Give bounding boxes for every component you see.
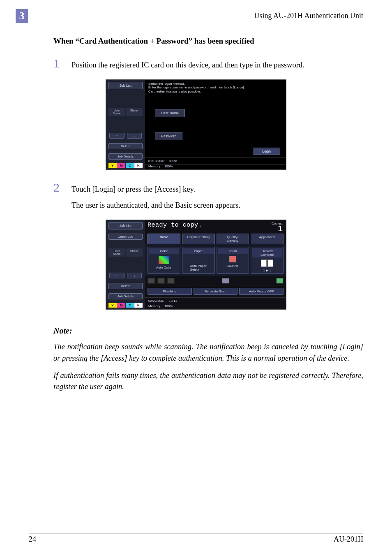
tab-original-setting[interactable]: Original Setting: [182, 234, 215, 244]
doc-model: AU-201H: [334, 535, 363, 544]
status-bar-2: Memory 100%: [145, 164, 286, 169]
page-footer: 24 AU-201H: [29, 533, 363, 544]
status-tab[interactable]: Status: [126, 108, 143, 116]
setting-tiles: Color Auto Color Paper Auto Paper Select…: [145, 244, 286, 276]
duplex-value: 1 ▶ 1: [263, 269, 271, 272]
user-status-tabs[interactable]: User Name Status: [108, 248, 143, 257]
note-paragraph: If authentication fails many times, the …: [53, 370, 363, 393]
punch-icon: [157, 278, 165, 284]
copies-value: 1: [272, 225, 283, 233]
zoom-label: Zoom: [218, 248, 248, 254]
status-date: 02/22/2007: [148, 299, 165, 303]
duplex-tile[interactable]: Duplex/ Combine 1 ▶ 1: [251, 247, 284, 274]
step-number: 2: [53, 181, 71, 212]
separate-scan-button[interactable]: Separate Scan: [194, 288, 238, 295]
user-name-tab[interactable]: User Name: [108, 248, 125, 257]
login-button[interactable]: Login: [253, 148, 280, 155]
section-heading: When “Card Authentication + Password” ha…: [53, 37, 363, 46]
step-text: The user is authenticated, and the Basic…: [71, 200, 240, 211]
toner-y-icon: Y: [108, 163, 117, 168]
page-icon: [261, 259, 267, 267]
note-heading: Note:: [53, 326, 363, 336]
color-tile[interactable]: Color Auto Color: [148, 247, 180, 274]
user-name-tab[interactable]: User Name: [108, 108, 125, 116]
status-date: 01/10/2007: [148, 159, 165, 163]
running-header: Using AU-201H Authentication Unit: [53, 12, 363, 22]
password-button[interactable]: Password: [155, 132, 182, 140]
main-panel: Select the logon method. Enter the logon…: [145, 80, 286, 169]
password-row: Password: [155, 132, 286, 140]
toner-indicator: Y M C K: [108, 163, 143, 168]
toner-c-icon: C: [126, 163, 134, 168]
page-number: 24: [29, 535, 36, 544]
chapter-tab: 3: [16, 9, 28, 23]
toner-k-icon: K: [134, 163, 143, 168]
rotate-icon: [276, 278, 284, 284]
delete-button[interactable]: Delete: [108, 283, 143, 289]
arrow-down-icon[interactable]: ↓: [127, 273, 142, 278]
paper-label: Paper: [183, 248, 214, 254]
memory-label: Memory: [148, 164, 160, 168]
step-1: 1 Position the registered IC card on thi…: [53, 57, 363, 71]
job-details-button[interactable]: Job Details: [108, 293, 143, 299]
msg-line1: Select the logon method.: [148, 82, 283, 86]
zoom-value: 100.0%: [227, 264, 238, 268]
toner-indicator: Y M C K: [108, 303, 143, 308]
paper-tile[interactable]: Paper Auto Paper Select: [182, 247, 215, 274]
check-job-button[interactable]: Check Job: [108, 234, 143, 240]
color-value: Auto Color: [156, 266, 172, 269]
zoom-icon: [229, 256, 236, 262]
step-2: 2 Touch [Login] or press the [Access] ke…: [53, 181, 363, 212]
sidebar: Job List Check Job User Name Status ↑ ↓ …: [106, 220, 145, 309]
status-time: 09:56: [169, 159, 177, 163]
msg-line3: Card authentication is also possible.: [148, 90, 283, 94]
tab-application[interactable]: Application: [251, 234, 284, 244]
job-list-button[interactable]: Job List: [108, 222, 143, 229]
username-row: User Name: [155, 109, 286, 117]
arrow-up-icon[interactable]: ↑: [109, 133, 125, 139]
page-icon: [267, 259, 273, 267]
user-status-tabs[interactable]: User Name Status: [108, 108, 143, 116]
status-bar: 01/10/2007 09:56: [145, 158, 286, 164]
tab-basic[interactable]: Basic: [148, 234, 180, 244]
toner-k-icon: K: [134, 303, 143, 308]
job-details-button[interactable]: Job Details: [108, 153, 143, 160]
finishing-button[interactable]: Finishing: [148, 288, 192, 295]
staple-icon: [148, 278, 155, 284]
delete-button[interactable]: Delete: [108, 143, 143, 149]
login-message: Select the logon method. Enter the logon…: [145, 80, 286, 96]
step-body: Position the registered IC card on this …: [71, 57, 304, 71]
status-tab[interactable]: Status: [126, 248, 143, 257]
screenshot-login: Job List User Name Status ↑ ↓ Delete Job…: [106, 79, 286, 170]
job-list-button[interactable]: Job List: [108, 82, 143, 89]
msg-line2: Enter the logon user name and password, …: [148, 86, 283, 90]
scroll-arrows: ↑ ↓: [109, 273, 142, 278]
paper-value: Auto Paper Select: [190, 264, 207, 271]
toner-y-icon: Y: [108, 303, 117, 308]
function-icons: [145, 276, 286, 285]
arrow-down-icon[interactable]: ↓: [127, 133, 142, 139]
step-body: Touch [Login] or press the [Access] key.…: [71, 181, 240, 212]
toner-m-icon: M: [117, 303, 125, 308]
status-bar-2: Memory 100%: [145, 304, 286, 309]
page: 3 Using AU-201H Authentication Unit When…: [0, 0, 392, 393]
main-panel: Ready to copy. Copies: 1 Basic Original …: [145, 220, 286, 309]
scroll-arrows: ↑ ↓: [109, 133, 142, 139]
step-text: Touch [Login] or press the [Access] key.: [71, 184, 240, 195]
main-tabs: Basic Original Setting Quality/ Density …: [145, 234, 286, 244]
status-time: 13:11: [169, 299, 177, 303]
username-button[interactable]: User Name: [155, 109, 185, 117]
duplex-label: Duplex/ Combine: [252, 248, 282, 257]
sidebar: Job List User Name Status ↑ ↓ Delete Job…: [106, 80, 145, 169]
tab-quality-density[interactable]: Quality/ Density: [217, 234, 249, 244]
status-bar: 02/22/2007 13:11: [145, 297, 286, 304]
auto-rotate-button[interactable]: Auto Rotate OFF: [239, 288, 284, 295]
zoom-tile[interactable]: Zoom 100.0%: [217, 247, 249, 274]
copies-indicator: Copies: 1: [272, 222, 283, 233]
note-paragraph: The notification beep sounds while scann…: [53, 341, 363, 364]
memory-label: Memory: [148, 304, 160, 308]
header-title: Using AU-201H Authentication Unit: [254, 12, 363, 20]
color-icon: [159, 256, 169, 264]
color-label: Color: [149, 248, 179, 254]
arrow-up-icon[interactable]: ↑: [109, 273, 125, 278]
